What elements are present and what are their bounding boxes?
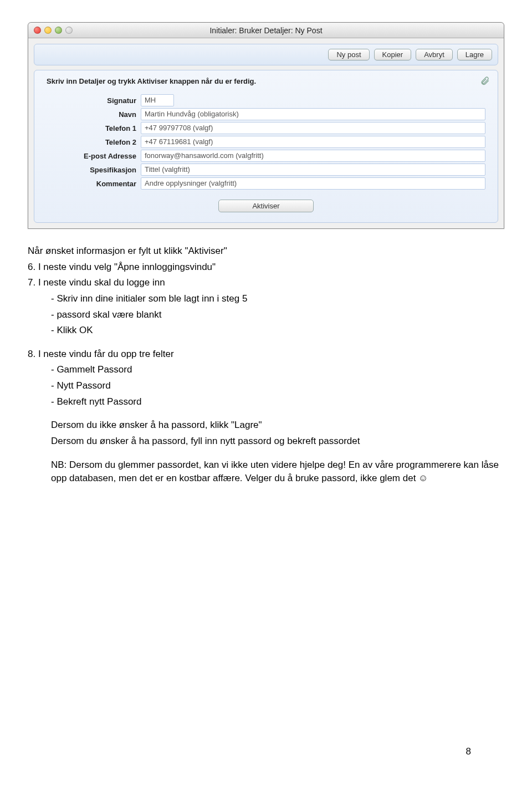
spec-field[interactable]: Tittel (valgfritt) xyxy=(141,164,485,176)
doc-sub: - Bekreft nytt Passord xyxy=(28,395,504,409)
label-signature: Signatur xyxy=(47,96,141,105)
minimize-icon[interactable] xyxy=(44,27,52,34)
doc-sub: - Gammelt Passord xyxy=(28,363,504,377)
doc-line: Dersom du ikke ønsker å ha passord, klik… xyxy=(28,419,504,432)
cancel-button[interactable]: Avbryt xyxy=(416,49,453,60)
label-comment: Kommentar xyxy=(47,180,141,188)
label-name: Navn xyxy=(47,110,141,119)
dialog-window: Initialer: Bruker Detaljer: Ny Post Ny p… xyxy=(28,22,504,229)
doc-line: 6. I neste vindu velg "Åpne innloggingsv… xyxy=(28,261,504,274)
document-body: Når ønsket informasjon er fylt ut klikk … xyxy=(28,244,504,486)
proxy-icon xyxy=(65,27,73,34)
zoom-icon[interactable] xyxy=(55,27,62,34)
comment-field[interactable]: Andre opplysninger (valgfritt) xyxy=(141,177,485,190)
doc-sub: - Nytt Passord xyxy=(28,379,504,393)
phone2-field[interactable]: +47 67119681 (valgf) xyxy=(141,136,485,148)
new-post-button[interactable]: Ny post xyxy=(328,49,369,60)
label-phone2: Telefon 2 xyxy=(47,138,141,146)
form-panel: Skriv inn Detaljer og trykk Aktiviser kn… xyxy=(34,70,498,223)
phone1-field[interactable]: +47 99797708 (valgf) xyxy=(141,122,485,134)
doc-line: NB: Dersom du glemmer passordet, kan vi … xyxy=(28,458,504,486)
window-title: Initialer: Bruker Detaljer: Ny Post xyxy=(28,26,504,35)
page-number: 8 xyxy=(28,746,504,757)
copy-button[interactable]: Kopier xyxy=(374,49,412,60)
email-field[interactable]: fonorway@hansaworld.com (valgfritt) xyxy=(141,150,485,162)
doc-line: 8. I neste vindu får du opp tre felter xyxy=(28,348,504,361)
doc-sub: - passord skal være blankt xyxy=(28,308,504,322)
label-spec: Spesifikasjon xyxy=(47,166,141,174)
doc-line: Dersom du ønsker å ha passord, fyll inn … xyxy=(28,435,504,448)
signature-field[interactable]: MH xyxy=(141,94,174,106)
paperclip-icon[interactable] xyxy=(480,76,490,88)
name-field[interactable]: Martin Hundvåg (obligatorisk) xyxy=(141,108,485,120)
doc-sub: - Klikk OK xyxy=(28,324,504,338)
activate-button[interactable]: Aktiviser xyxy=(218,200,313,212)
titlebar: Initialer: Bruker Detaljer: Ny Post xyxy=(28,23,504,38)
doc-line: 7. I neste vindu skal du logge inn xyxy=(28,276,504,290)
close-icon[interactable] xyxy=(34,27,41,34)
doc-line: Når ønsket informasjon er fylt ut klikk … xyxy=(28,244,504,258)
form-instruction: Skriv inn Detaljer og trykk Aktiviser kn… xyxy=(47,77,485,85)
save-button[interactable]: Lagre xyxy=(457,49,492,60)
label-email: E-post Adresse xyxy=(47,152,141,160)
label-phone1: Telefon 1 xyxy=(47,124,141,132)
toolbar: Ny post Kopier Avbryt Lagre xyxy=(34,44,498,65)
doc-sub: - Skriv inn dine initialer som ble lagt … xyxy=(28,292,504,306)
